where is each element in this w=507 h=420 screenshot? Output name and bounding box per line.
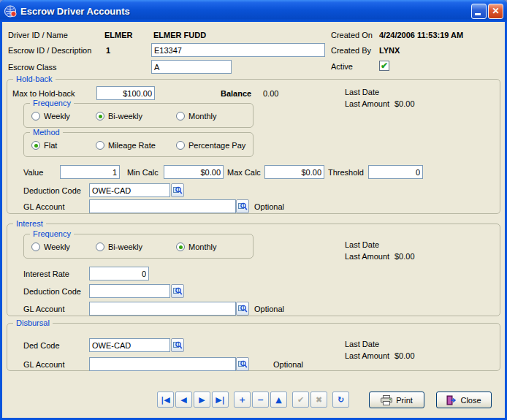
holdback-last-date-label: Last Date — [345, 88, 379, 97]
app-icon — [4, 5, 17, 18]
nav-refresh-button[interactable]: ↻ — [332, 392, 349, 408]
radio-icon — [31, 243, 40, 251]
balance-value: 0.00 — [263, 89, 278, 99]
escrow-description-input[interactable] — [151, 43, 325, 57]
min-calc-label: Min Calc — [127, 168, 159, 177]
holdback-last-amount-label: Last Amount — [345, 99, 389, 109]
interest-gl-account-input[interactable] — [89, 302, 236, 316]
driver-id-value: ELMER — [104, 31, 133, 40]
holdback-deduction-code-input[interactable] — [89, 183, 170, 197]
value-input[interactable] — [60, 165, 120, 179]
interest-frequency-monthly-radio[interactable]: Monthly — [176, 243, 217, 251]
created-by-value: LYNX — [379, 46, 400, 56]
radio-label: Percentage Pay — [188, 141, 245, 150]
created-on-label: Created On — [331, 31, 373, 40]
close-window-button[interactable]: ✕ — [488, 4, 503, 19]
max-calc-input[interactable] — [264, 165, 324, 179]
nav-insert-button[interactable]: + — [234, 392, 251, 408]
holdback-frequency-biweekly-radio[interactable]: Bi-weekly — [96, 112, 142, 121]
radio-label: Weekly — [44, 112, 70, 121]
method-mileage-rate-radio[interactable]: Mileage Rate — [96, 141, 156, 150]
holdback-gl-account-input[interactable] — [89, 199, 236, 213]
holdback-deduction-code-lookup-button[interactable] — [171, 183, 184, 197]
holdback-frequency-monthly-radio[interactable]: Monthly — [176, 112, 217, 121]
driver-name-value: ELMER FUDD — [153, 31, 206, 40]
max-holdback-input[interactable] — [96, 86, 155, 100]
nav-edit-button[interactable]: ▲ — [270, 392, 287, 408]
max-calc-label: Max Calc — [227, 168, 261, 177]
disbursal-gl-account-label: GL Account — [23, 360, 64, 370]
titlebar: Escrow Driver Accounts ✕ — [0, 0, 507, 22]
max-holdback-label: Max to Hold-back — [12, 89, 75, 99]
interest-frequency-weekly-radio[interactable]: Weekly — [31, 243, 70, 251]
created-by-label: Created By — [331, 46, 371, 56]
radio-icon — [176, 243, 185, 251]
interest-deduction-code-lookup-button[interactable] — [171, 284, 184, 298]
holdback-last-amount-value: $0.00 — [394, 99, 415, 109]
radio-icon — [96, 141, 104, 150]
disbursal-group: Disbursal Ded Code Last Date Last Amount… — [7, 323, 500, 371]
disbursal-gl-account-input[interactable] — [89, 357, 236, 371]
magnifier-icon — [238, 359, 248, 369]
holdback-deduction-code-label: Deduction Code — [23, 186, 81, 196]
nav-next-button[interactable]: ▶ — [194, 392, 210, 408]
radio-icon — [96, 243, 104, 251]
min-calc-input[interactable] — [164, 165, 224, 179]
interest-group: Interest Frequency Weekly Bi-weekly Mont… — [7, 224, 500, 316]
ded-code-label: Ded Code — [23, 341, 60, 351]
close-button[interactable]: Close — [436, 392, 492, 408]
nav-post-button[interactable]: ✔ — [292, 392, 309, 408]
interest-deduction-code-label: Deduction Code — [23, 287, 81, 297]
nav-prior-button[interactable]: ◀ — [175, 392, 192, 408]
interest-gl-account-lookup-button[interactable] — [236, 302, 249, 316]
escrow-driver-accounts-window: Escrow Driver Accounts ✕ Driver ID / Nam… — [0, 0, 507, 420]
created-on-value: 4/24/2006 11:53:19 AM — [379, 31, 463, 40]
ded-code-input[interactable] — [89, 338, 170, 352]
radio-icon — [31, 112, 40, 121]
record-navigator: |◀ ◀ ▶ ▶| + − ▲ ✔ ✖ ↻ — [157, 392, 349, 408]
escrow-id-description-label: Escrow ID / Description — [8, 46, 91, 56]
radio-icon — [96, 112, 104, 121]
method-flat-radio[interactable]: Flat — [31, 141, 57, 150]
nav-cancel-button[interactable]: ✖ — [310, 392, 327, 408]
ded-code-lookup-button[interactable] — [171, 338, 184, 352]
holdback-gl-account-lookup-button[interactable] — [236, 199, 249, 213]
active-label: Active — [331, 62, 353, 72]
nav-first-button[interactable]: |◀ — [157, 392, 174, 408]
holdback-method-group: Method Flat Mileage Rate Percentage Pay — [23, 132, 254, 157]
disbursal-optional-label: Optional — [273, 360, 303, 370]
interest-last-amount-value: $0.00 — [394, 252, 415, 261]
threshold-input[interactable] — [368, 165, 423, 179]
holdback-frequency-weekly-radio[interactable]: Weekly — [31, 112, 70, 121]
active-checkbox[interactable] — [379, 61, 389, 71]
interest-last-amount-label: Last Amount — [345, 252, 389, 261]
print-button-label: Print — [396, 396, 413, 405]
radio-label: Bi-weekly — [108, 112, 142, 121]
nav-last-button[interactable]: ▶| — [212, 392, 229, 408]
disbursal-gl-account-lookup-button[interactable] — [236, 357, 249, 371]
driver-id-name-label: Driver ID / Name — [8, 31, 68, 40]
print-button[interactable]: Print — [369, 392, 424, 408]
radio-label: Monthly — [188, 112, 217, 121]
nav-delete-button[interactable]: − — [252, 392, 269, 408]
radio-label: Bi-weekly — [108, 243, 142, 251]
exit-door-icon — [446, 395, 457, 405]
balance-label: Balance — [221, 89, 251, 99]
magnifier-icon — [238, 202, 248, 211]
escrow-class-input[interactable] — [151, 60, 232, 74]
minimize-button[interactable] — [471, 4, 487, 19]
disbursal-last-amount-value: $0.00 — [394, 351, 415, 361]
magnifier-icon — [238, 304, 248, 313]
interest-frequency-biweekly-radio[interactable]: Bi-weekly — [96, 243, 142, 251]
interest-deduction-code-input[interactable] — [89, 284, 170, 298]
escrow-class-label: Escrow Class — [8, 63, 57, 72]
method-percentage-pay-radio[interactable]: Percentage Pay — [176, 141, 245, 150]
interest-group-title: Interest — [13, 219, 46, 229]
interest-rate-input[interactable] — [89, 267, 149, 280]
radio-label: Monthly — [188, 243, 217, 251]
disbursal-last-date-label: Last Date — [345, 340, 379, 349]
holdback-gl-account-label: GL Account — [23, 202, 64, 212]
interest-gl-account-label: GL Account — [23, 305, 64, 314]
radio-icon — [176, 112, 185, 121]
interest-frequency-title: Frequency — [30, 229, 74, 239]
